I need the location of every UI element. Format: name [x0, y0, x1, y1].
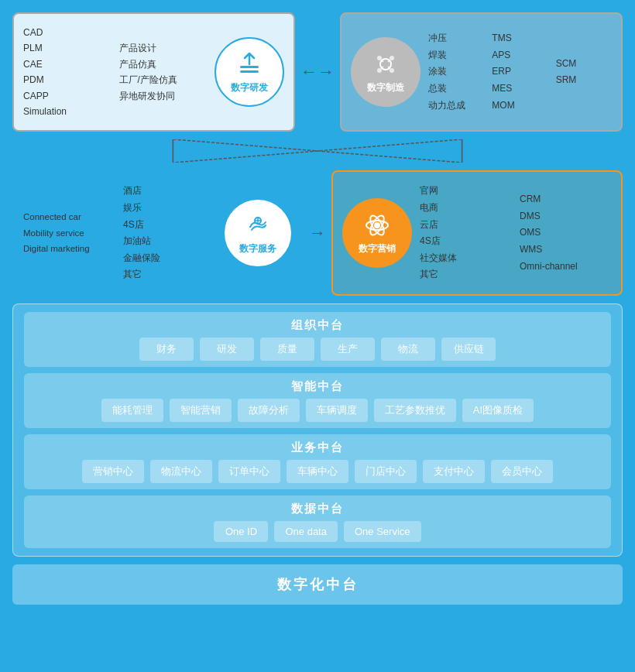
biz-item-2: 物流中心 [150, 460, 212, 483]
biz-item-3: 订单中心 [218, 460, 280, 483]
smart-tier: 智能中台 能耗管理 智能营销 故障分析 车辆调度 工艺参数推优 AI图像质检 [24, 373, 611, 428]
data-item-3: One Service [344, 521, 421, 542]
org-tier: 组织中台 财务 研发 质量 生产 物流 供应链 [24, 312, 611, 367]
biz-item-1: 营销中心 [82, 460, 144, 483]
research-circle: 数字研发 [215, 37, 284, 107]
data-item-1: One ID [214, 521, 268, 542]
marketing-items1: 官网 电商 云店 4S店 社交媒体 其它 [420, 183, 512, 283]
svg-point-4 [390, 56, 394, 60]
svg-point-16 [374, 222, 380, 228]
manufacture-items3: SCM SRM [556, 56, 612, 89]
smart-item-5: 工艺参数推优 [374, 399, 456, 422]
manufacture-items1: 冲压 焊装 涂装 总装 动力总成 [428, 30, 484, 114]
smart-item-4: 车辆调度 [306, 399, 368, 422]
service-items2: 酒店 娱乐 4S店 加油站 金融保险 其它 [123, 183, 215, 283]
svg-point-3 [377, 56, 382, 60]
biz-item-7: 会员中心 [491, 460, 553, 483]
smart-tier-title: 智能中台 [32, 379, 603, 394]
manufacture-circle: 数字制造 [351, 37, 420, 107]
service-label: 数字服务 [239, 242, 276, 255]
org-tier-title: 组织中台 [32, 318, 603, 333]
smart-item-3: 故障分析 [238, 399, 300, 422]
biz-tier: 业务中台 营销中心 物流中心 订单中心 车辆中心 门店中心 支付中心 会员中心 [24, 434, 611, 489]
research-label: 数字研发 [231, 81, 268, 94]
org-item-4: 生产 [321, 338, 375, 361]
org-item-1: 财务 [139, 338, 194, 361]
smart-tier-items: 能耗管理 智能营销 故障分析 车辆调度 工艺参数推优 AI图像质检 [32, 399, 603, 422]
cross-arrows-svg [12, 139, 623, 163]
smart-item-1: 能耗管理 [101, 399, 163, 422]
biz-tier-title: 业务中台 [32, 441, 603, 455]
service-items1: Connected car Mobility service Digital m… [23, 209, 115, 257]
data-item-2: One data [274, 521, 338, 542]
data-tier-items: One ID One data One Service [32, 521, 603, 542]
svg-point-5 [377, 68, 382, 73]
biz-item-5: 门店中心 [355, 460, 417, 483]
svg-rect-1 [240, 70, 259, 73]
middle-arrow: → [307, 170, 328, 296]
service-circle: 数字服务 [223, 198, 293, 268]
marketing-items2: CRM DMS OMS WMS Omni-channel [520, 191, 612, 275]
top-arrow: ←→ [299, 12, 336, 132]
org-tier-items: 财务 研发 质量 生产 物流 供应链 [32, 338, 603, 361]
org-item-5: 物流 [381, 338, 435, 361]
cross-arrows-area [12, 139, 623, 163]
org-item-6: 供应链 [441, 338, 496, 361]
digital-platform-footer: 数字化中台 [12, 564, 623, 605]
biz-tier-items: 营销中心 物流中心 订单中心 车辆中心 门店中心 支付中心 会员中心 [32, 460, 603, 483]
svg-rect-0 [240, 66, 259, 68]
research-items-right: 产品设计 产品仿真 工厂/产险仿真 异地研发协同 [119, 40, 208, 104]
manufacture-items2: TMS APS ERP MES MOM [492, 30, 547, 114]
svg-point-6 [390, 68, 394, 73]
org-item-3: 质量 [260, 338, 314, 361]
biz-item-6: 支付中心 [423, 460, 485, 483]
bottom-section: 组织中台 财务 研发 质量 生产 物流 供应链 智能中台 能耗管理 智能营销 故… [12, 303, 623, 557]
research-items-left: CAD PLM CAE PDM CAPP Simulation [23, 25, 112, 119]
smart-item-2: 智能营销 [170, 399, 232, 422]
biz-item-4: 车辆中心 [287, 460, 348, 483]
marketing-circle: 数字营销 [342, 198, 412, 268]
data-tier: 数据中台 One ID One data One Service [24, 495, 611, 548]
data-tier-title: 数据中台 [32, 502, 603, 516]
marketing-label: 数字营销 [359, 242, 396, 255]
org-item-2: 研发 [200, 338, 254, 361]
manufacture-label: 数字制造 [367, 81, 404, 94]
smart-item-6: AI图像质检 [462, 399, 534, 422]
